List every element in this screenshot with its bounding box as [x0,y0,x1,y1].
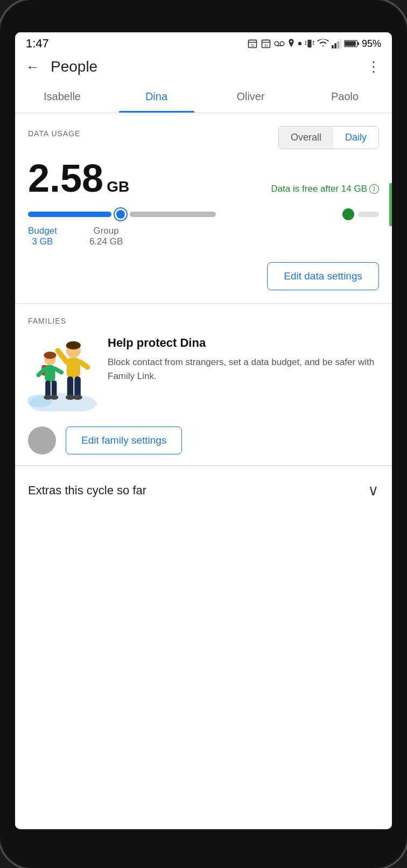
wifi-icon [317,39,329,48]
svg-rect-19 [334,43,336,48]
family-avatar [28,426,56,454]
status-bar: 1:47 31 31 95% [15,32,392,53]
data-usage-label: DATA USAGE [28,129,80,138]
svg-rect-41 [52,381,57,397]
battery-icon [344,39,359,48]
svg-text:31: 31 [264,44,269,47]
svg-line-29 [58,351,66,362]
svg-rect-40 [45,381,51,397]
svg-rect-11 [307,40,311,47]
camera-notch [171,10,236,18]
bars-row [28,208,379,220]
side-accent [389,183,392,226]
svg-point-10 [298,42,301,45]
edit-data-settings-button[interactable]: Edit data settings [267,262,379,290]
svg-line-39 [55,369,62,373]
vibrate-icon [305,38,314,49]
svg-rect-18 [332,45,334,48]
extras-row[interactable]: Extras this cycle so far ∨ [15,466,392,514]
families-title: Help protect Dina [108,336,379,350]
main-content: DATA USAGE Overall Daily 2.58 GB Data is… [15,113,392,829]
svg-point-45 [66,341,81,349]
calendar-icon: 31 [247,38,258,49]
data-usage-section: DATA USAGE Overall Daily 2.58 GB Data is… [15,113,392,303]
bars-labels: Budget 3 GB Group 6.24 GB [28,226,379,247]
battery-percent: 95% [362,38,381,50]
progress-bars: Budget 3 GB Group 6.24 GB [28,208,379,247]
svg-point-43 [50,395,58,400]
more-menu-button[interactable]: ⋮ [367,59,381,75]
tab-paolo[interactable]: Paolo [298,81,392,113]
data-number: 2.58 [28,159,103,198]
dot-icon [298,41,302,46]
calendar2-icon: 31 [261,38,271,49]
chevron-down-icon: ∨ [368,481,379,499]
tab-dina[interactable]: Dina [109,81,204,113]
data-usage-header: DATA USAGE Overall Daily [28,126,379,149]
toolbar-left: ← People [26,58,97,75]
svg-rect-32 [74,376,81,397]
bar-end [357,212,379,217]
family-illustration-svg [28,336,98,411]
svg-point-7 [280,41,284,46]
svg-line-30 [80,362,88,367]
svg-point-44 [44,352,56,359]
svg-rect-21 [340,39,341,48]
data-free-info: Data is free after 14 GB [271,184,367,194]
edit-family-settings-button[interactable]: Edit family settings [66,426,182,454]
toggle-daily[interactable]: Daily [333,127,378,149]
svg-rect-20 [337,41,339,49]
phone-screen: 1:47 31 31 95% ← People ⋮ [15,32,392,829]
bar-blue [28,212,111,217]
families-description: Block contact from strangers, set a data… [108,355,379,383]
page-title: People [51,58,97,75]
bar-dot-blue [115,208,127,220]
group-label: Group 6.24 GB [89,226,123,247]
data-unit: GB [107,178,129,195]
budget-value: 3 GB [28,236,57,247]
families-illustration [28,336,98,414]
tabs-bar: Isabelle Dina Oliver Paolo [15,81,392,113]
svg-rect-31 [67,376,74,397]
families-text: Help protect Dina Block contact from str… [108,336,379,383]
toggle-overall[interactable]: Overall [279,127,333,149]
svg-point-6 [275,41,279,46]
status-icons: 31 31 95% [247,38,381,50]
group-value: 6.24 GB [89,236,123,247]
bar-dot-green [342,208,354,220]
svg-point-34 [73,395,82,400]
toolbar: ← People ⋮ [15,53,392,81]
families-section: FAMILIES [15,304,392,465]
back-button[interactable]: ← [26,59,40,75]
bar-gray [130,212,216,217]
budget-label: Budget 3 GB [28,226,57,247]
svg-point-9 [290,40,292,43]
status-time: 1:47 [26,37,49,51]
location-icon [287,38,295,49]
data-amount-display: 2.58 GB [28,159,129,198]
svg-rect-24 [345,41,356,46]
svg-rect-23 [357,43,359,45]
phone-frame: 1:47 31 31 95% ← People ⋮ [0,0,407,868]
families-bottom: Edit family settings [28,426,379,454]
families-card: Help protect Dina Block contact from str… [28,336,379,414]
toggle-buttons: Overall Daily [278,126,379,149]
tab-isabelle[interactable]: Isabelle [15,81,109,113]
families-label: FAMILIES [28,317,379,325]
budget-title: Budget [28,226,57,236]
group-title: Group [89,226,123,236]
extras-label: Extras this cycle so far [28,484,146,498]
info-icon[interactable]: i [369,184,379,194]
signal-icon [332,39,341,48]
voicemail-icon [274,40,285,47]
tab-oliver[interactable]: Oliver [204,81,298,113]
svg-text:31: 31 [251,44,255,47]
